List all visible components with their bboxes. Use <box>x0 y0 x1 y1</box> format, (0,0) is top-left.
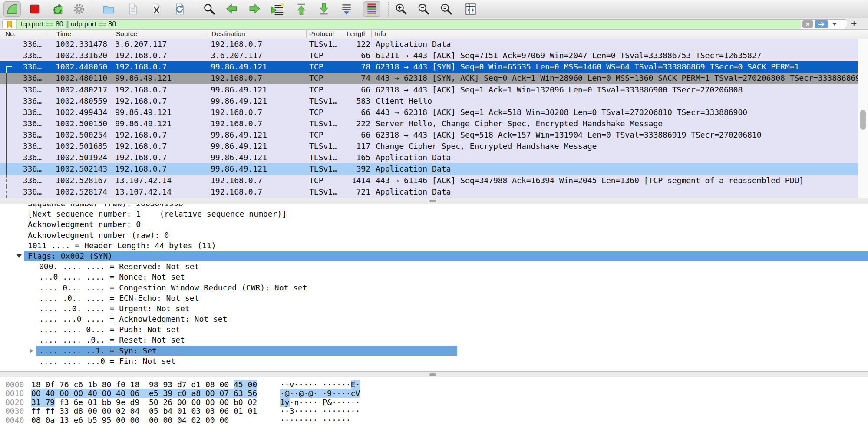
column-header-info[interactable]: Info <box>375 30 386 38</box>
packet-row[interactable]: 336…1002.331620192.168.0.73.6.207.117TCP… <box>0 50 858 61</box>
go-top-button[interactable] <box>293 1 310 17</box>
find-packet-button[interactable] <box>201 1 218 17</box>
go-to-packet-button[interactable] <box>268 1 286 17</box>
column-header-destination[interactable]: Destination <box>211 30 245 38</box>
packet-row[interactable]: 336…1002.480217192.168.0.799.86.49.121TC… <box>0 84 858 96</box>
file-close-button[interactable] <box>148 1 165 17</box>
cell-length: 66 <box>331 84 370 96</box>
cell-time: 1002.501924 <box>56 152 107 163</box>
detail-tree-row[interactable]: .... 0... .... = Congestion Window Reduc… <box>0 283 868 293</box>
filter-history-dropdown[interactable] <box>832 23 837 26</box>
hex-row[interactable]: 000018 0f 76 c6 1b 80 f0 18 98 93 d7 d1 … <box>0 380 868 389</box>
cell-destination: 99.86.49.121 <box>211 141 267 152</box>
cell-source: 3.6.207.117 <box>115 39 167 50</box>
cell-protocol: TCP <box>309 84 323 96</box>
packet-detail-tree: Sequence number (raw): 2005041998[Next s… <box>0 204 868 366</box>
file-reload-button[interactable] <box>171 1 188 17</box>
detail-tree-row[interactable]: ...0 .... .... = Nonce: Not set <box>0 272 868 282</box>
hex-row[interactable]: 0030ff ff 33 d8 00 00 02 04 05 b4 01 03 … <box>0 407 868 416</box>
packet-row[interactable]: 336…1002.501685192.168.0.799.86.49.121TL… <box>0 141 858 152</box>
zoom-original-icon <box>440 3 453 16</box>
capture-options-button[interactable] <box>70 1 88 17</box>
detail-tree-row[interactable]: .... .... 0... = Push: Not set <box>0 324 868 335</box>
detail-tree-row[interactable]: 000. .... .... = Reserved: Not set <box>0 261 868 272</box>
capture-restart-button[interactable] <box>49 1 66 17</box>
packet-row[interactable]: 336…1002.502143192.168.0.799.86.49.121TL… <box>0 163 858 175</box>
go-forward-button[interactable] <box>246 1 263 17</box>
expand-arrow-icon[interactable] <box>30 348 33 353</box>
column-separator[interactable] <box>208 30 208 38</box>
detail-tree-row[interactable]: Acknowledgment number (raw): 0 <box>0 230 868 241</box>
column-header-protocol[interactable]: Protocol <box>309 30 334 38</box>
hex-row[interactable]: 002031 79 f3 6e 01 bb 9e d9 50 26 00 00 … <box>0 398 868 407</box>
cell-no: 336… <box>5 107 42 118</box>
hex-bytes: 00 40 00 00 40 00 40 06 e5 39 c0 a8 00 0… <box>31 389 257 398</box>
column-separator[interactable] <box>112 30 112 38</box>
filter-clear-button[interactable] <box>802 20 813 28</box>
column-header-source[interactable]: Source <box>116 30 137 38</box>
detail-tree-row[interactable]: 1011 .... = Header Length: 44 bytes (11) <box>0 241 868 251</box>
column-separator[interactable] <box>343 30 343 38</box>
colorize-button[interactable] <box>363 1 380 17</box>
splitter-grip[interactable] <box>429 373 436 376</box>
cell-time: 1002.331478 <box>56 39 107 50</box>
detail-tree-row[interactable]: Sequence number (raw): 2005041998 <box>0 204 868 209</box>
detail-tree-row[interactable]: .... .0.. .... = ECN-Echo: Not set <box>0 293 868 303</box>
detail-tree-row[interactable]: .... ..0. .... = Urgent: Not set <box>0 303 868 314</box>
collapse-arrow-icon[interactable] <box>17 254 22 258</box>
column-header-no[interactable]: No. <box>5 30 16 38</box>
filter-apply-button[interactable] <box>815 20 828 28</box>
byte-offset-text: 0000 <box>5 380 24 389</box>
packet-row[interactable]: 336…1002.3314783.6.207.117192.168.0.7TLS… <box>0 39 858 50</box>
cell-source: 99.86.49.121 <box>115 107 172 118</box>
cell-source: 192.168.0.7 <box>115 163 167 175</box>
scrollbar-thumb[interactable] <box>860 110 866 130</box>
display-filter-input[interactable]: tcp.port == 80 || udp.port == 80 <box>2 19 847 29</box>
splitter-grip[interactable] <box>429 200 436 202</box>
detail-tree-row[interactable]: .... ...0 .... = Acknowledgment: Not set <box>0 314 868 324</box>
detail-tree-row[interactable]: [Next sequence number: 1 (relative seque… <box>0 209 868 219</box>
packet-row[interactable]: 336…1002.448050192.168.0.799.86.49.121TC… <box>0 61 858 73</box>
packet-row[interactable]: 336…1002.480559192.168.0.799.86.49.121TL… <box>0 96 858 107</box>
packet-list: 336…1002.3314783.6.207.117192.168.0.7TLS… <box>0 39 858 198</box>
packet-list-scrollbar[interactable] <box>858 39 868 198</box>
field-highlight <box>24 251 868 261</box>
toolbar-separator <box>193 2 193 16</box>
resize-columns-button[interactable] <box>462 1 479 17</box>
packet-row[interactable]: 336…1002.48011099.86.49.121192.168.0.7TC… <box>0 73 858 84</box>
ascii-bytes-highlight: ·@··@·@· ·9····cV <box>280 389 360 398</box>
capture-stop-button[interactable] <box>26 1 43 17</box>
capture-start-button[interactable] <box>3 1 21 17</box>
packet-row[interactable]: 336…1002.49943499.86.49.121192.168.0.7TC… <box>0 107 858 118</box>
packet-row[interactable]: 336…1002.52817413.107.42.14192.168.0.7TL… <box>0 186 858 198</box>
column-header-time[interactable]: Time <box>56 30 71 38</box>
packet-row[interactable]: 336…1002.52816713.107.42.14192.168.0.7TC… <box>0 175 858 186</box>
column-separator[interactable] <box>371 30 372 38</box>
auto-scroll-button[interactable] <box>338 1 355 17</box>
detail-tree-row[interactable]: Acknowledgment number: 0 <box>0 219 868 230</box>
column-header-length[interactable]: Length <box>347 30 366 38</box>
zoom-in-button[interactable] <box>393 1 410 17</box>
detail-tree-row[interactable]: .... .... .0.. = Reset: Not set <box>0 335 868 345</box>
zoom-original-button[interactable] <box>438 1 455 17</box>
go-back-button[interactable] <box>223 1 241 17</box>
detail-tree-row[interactable]: Flags: 0x002 (SYN) <box>0 251 868 261</box>
hex-row[interactable]: 004008 0a 13 e6 b5 95 00 00 00 00 04 02 … <box>0 416 868 425</box>
detail-tree-row[interactable]: .... .... ...0 = Fin: Not set <box>0 356 868 366</box>
file-open-button[interactable] <box>100 1 117 17</box>
list-detail-splitter[interactable] <box>0 198 868 205</box>
column-separator[interactable] <box>306 30 307 38</box>
packet-row[interactable]: 336…1002.50015099.86.49.121192.168.0.7TL… <box>0 118 858 129</box>
packet-row[interactable]: 336…1002.500254192.168.0.799.86.49.121TC… <box>0 129 858 141</box>
cell-no: 336… <box>5 50 42 61</box>
file-save-button[interactable] <box>124 1 142 17</box>
zoom-out-button[interactable] <box>415 1 432 17</box>
detail-tree-row[interactable]: .... .... ..1. = Syn: Set <box>0 346 868 356</box>
go-bottom-button[interactable] <box>315 1 333 17</box>
filter-bookmark-button[interactable] <box>3 20 17 29</box>
packet-row[interactable]: 336…1002.501924192.168.0.799.86.49.121TL… <box>0 152 858 163</box>
hex-row[interactable]: 001000 40 00 00 40 00 40 06 e5 39 c0 a8 … <box>0 389 868 398</box>
add-filter-button[interactable]: + <box>851 18 857 29</box>
column-separator[interactable] <box>47 30 47 38</box>
detail-field-text: .... .... ..1. = Syn: Set <box>39 346 157 355</box>
